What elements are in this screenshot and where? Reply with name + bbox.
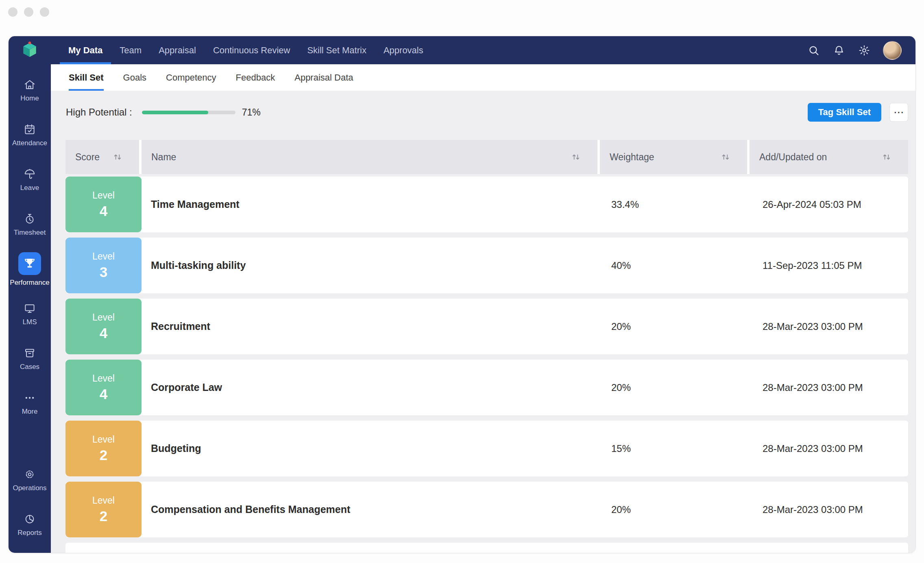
- window-control-dot[interactable]: [8, 7, 17, 17]
- skill-name: Budgeting: [142, 443, 600, 454]
- sidebar-item-lms[interactable]: LMS: [9, 295, 51, 334]
- monitor-icon: [24, 302, 36, 314]
- notifications-bell-icon[interactable]: [832, 44, 846, 57]
- skill-set-table: Score Name Weightage: [65, 140, 908, 553]
- table-row[interactable]: Level 2 Compensation and Benefits Manage…: [65, 482, 908, 537]
- top-navbar: My Data Team Appraisal Continuous Review…: [51, 36, 915, 64]
- column-header-label: Score: [75, 152, 100, 163]
- skill-updated-on: 11-Sep-2023 11:05 PM: [750, 260, 908, 271]
- sidebar-item-operations[interactable]: Operations: [9, 460, 51, 500]
- sidebar-item-label: Home: [20, 94, 39, 103]
- badge-level-label: Level: [92, 190, 115, 201]
- sidebar-item-more[interactable]: More: [9, 384, 51, 423]
- table-row[interactable]: Level 4 Corporate Law 20% 28-Mar-2023 03…: [65, 360, 908, 415]
- sidebar-item-label: Attendance: [12, 139, 47, 147]
- skill-updated-on: 28-Mar-2023 03:00 PM: [750, 504, 908, 515]
- gear-icon: [24, 468, 36, 480]
- high-potential-label: High Potential :: [66, 107, 132, 118]
- user-avatar[interactable]: [883, 41, 902, 60]
- window-control-dot[interactable]: [24, 7, 33, 17]
- column-header-updated[interactable]: Add/Updated on: [750, 140, 908, 174]
- tab-feedback[interactable]: Feedback: [236, 64, 275, 91]
- search-icon[interactable]: [807, 44, 820, 57]
- badge-level-value: 3: [100, 264, 107, 280]
- badge-level-value: 4: [100, 386, 107, 402]
- settings-gear-icon[interactable]: [858, 44, 871, 57]
- skill-weightage: 20%: [600, 382, 750, 393]
- pie-chart-icon: [24, 513, 36, 525]
- sort-icon[interactable]: [720, 152, 731, 162]
- skill-updated-on: 26-Apr-2024 05:03 PM: [750, 199, 908, 210]
- window-controls: [8, 7, 49, 17]
- score-badge: Level 2: [65, 421, 142, 476]
- stopwatch-icon: [24, 213, 36, 225]
- skill-updated-on: 28-Mar-2023 03:00 PM: [750, 321, 908, 332]
- home-icon: [24, 79, 36, 91]
- sidebar-item-reports[interactable]: Reports: [9, 505, 51, 544]
- sidebar-item-label: Cases: [20, 363, 39, 371]
- table-row[interactable]: Level 4 Time Management 33.4% 26-Apr-202…: [65, 177, 908, 232]
- skill-weightage: 15%: [600, 443, 750, 454]
- sidebar-item-label: Timesheet: [14, 229, 46, 237]
- badge-level-value: 2: [100, 508, 107, 524]
- badge-level-label: Level: [92, 312, 115, 323]
- column-header-label: Add/Updated on: [759, 152, 827, 163]
- sidebar-item-label: More: [22, 408, 38, 416]
- nav-tab-appraisal[interactable]: Appraisal: [150, 36, 205, 64]
- sidebar-item-home[interactable]: Home: [9, 71, 51, 110]
- sidebar-item-attendance[interactable]: Attendance: [9, 116, 51, 155]
- table-body: Level 4 Time Management 33.4% 26-Apr-202…: [65, 177, 908, 537]
- sidebar-item-label: LMS: [23, 318, 37, 326]
- sidebar-item-label: Operations: [13, 484, 46, 492]
- skill-name: Corporate Law: [142, 382, 600, 393]
- secondary-nav: Skill Set Goals Competency Feedback Appr…: [51, 64, 915, 91]
- table-row[interactable]: Level 2 Budgeting 15% 28-Mar-2023 03:00 …: [65, 421, 908, 476]
- trophy-icon: [18, 252, 41, 275]
- sort-icon[interactable]: [112, 152, 123, 162]
- table-header: Score Name Weightage: [65, 140, 908, 174]
- skill-weightage: 40%: [600, 260, 750, 271]
- nav-actions: [807, 36, 902, 64]
- tab-goals[interactable]: Goals: [123, 64, 146, 91]
- column-header-score[interactable]: Score: [65, 140, 142, 174]
- badge-level-label: Level: [92, 251, 115, 262]
- skill-weightage: 20%: [600, 504, 750, 515]
- sidebar-menu: Home Attendance Leave Timesheet: [9, 64, 51, 544]
- tab-skill-set[interactable]: Skill Set: [69, 64, 104, 91]
- toolbar: High Potential : 71% Tag Skill Set ⋯: [65, 103, 908, 122]
- app-logo[interactable]: [9, 36, 51, 64]
- nav-tab-my-data[interactable]: My Data: [60, 36, 111, 64]
- tab-competency[interactable]: Competency: [166, 64, 216, 91]
- app-logo-icon: [19, 40, 40, 61]
- score-badge: Level 2: [65, 482, 142, 537]
- nav-tab-skill-set-matrix[interactable]: Skill Set Matrix: [299, 36, 375, 64]
- more-options-button[interactable]: ⋯: [889, 103, 908, 122]
- skill-weightage: 33.4%: [600, 199, 750, 210]
- table-row-partial: [65, 543, 908, 553]
- main-area: My Data Team Appraisal Continuous Review…: [51, 36, 915, 553]
- sidebar-item-label: Reports: [17, 529, 42, 537]
- sidebar: Home Attendance Leave Timesheet: [9, 36, 51, 553]
- sidebar-item-cases[interactable]: Cases: [9, 339, 51, 378]
- nav-tab-continuous-review[interactable]: Continuous Review: [205, 36, 299, 64]
- sidebar-item-leave[interactable]: Leave: [9, 160, 51, 199]
- sidebar-spacer: [9, 429, 51, 455]
- table-row[interactable]: Level 4 Recruitment 20% 28-Mar-2023 03:0…: [65, 299, 908, 354]
- nav-tab-team[interactable]: Team: [111, 36, 150, 64]
- sidebar-item-performance[interactable]: Performance: [9, 250, 51, 289]
- tag-skill-set-button[interactable]: Tag Skill Set: [808, 103, 881, 122]
- skill-name: Compensation and Benefits Management: [142, 504, 600, 515]
- score-badge: Level 3: [65, 238, 142, 293]
- sidebar-item-timesheet[interactable]: Timesheet: [9, 205, 51, 244]
- sort-icon[interactable]: [571, 152, 581, 162]
- tab-appraisal-data[interactable]: Appraisal Data: [294, 64, 353, 91]
- badge-level-label: Level: [92, 495, 115, 506]
- column-header-name[interactable]: Name: [142, 140, 600, 174]
- nav-tab-approvals[interactable]: Approvals: [375, 36, 432, 64]
- window-control-dot[interactable]: [40, 7, 49, 17]
- table-row[interactable]: Level 3 Multi-tasking ability 40% 11-Sep…: [65, 238, 908, 293]
- skill-weightage: 20%: [600, 321, 750, 332]
- sort-icon[interactable]: [881, 152, 892, 162]
- column-header-weightage[interactable]: Weightage: [600, 140, 750, 174]
- column-header-label: Name: [151, 152, 176, 163]
